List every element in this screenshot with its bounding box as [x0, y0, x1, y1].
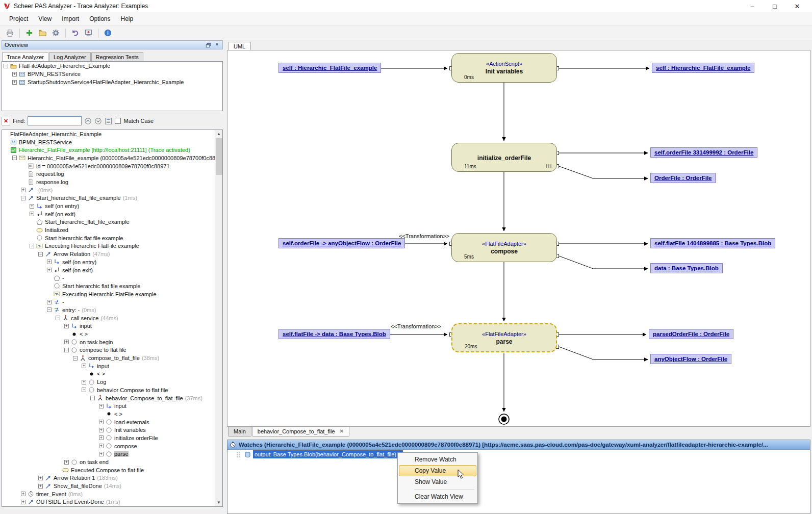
collapse-toggle-icon[interactable]: − — [90, 396, 95, 400]
object-node-label[interactable]: self : Hierarchic_FlatFile_example — [278, 63, 381, 73]
expand-toggle-icon[interactable]: + — [38, 484, 43, 489]
menu-item-show-value[interactable]: Show Value — [399, 476, 476, 487]
add-button[interactable] — [23, 27, 35, 39]
tree-item[interactable]: −Arrow Relation(47ms) — [2, 250, 222, 258]
tree-item-label[interactable]: input — [97, 363, 109, 369]
tree-item[interactable]: +self (on entry) — [2, 258, 222, 266]
tree-item[interactable]: Initialized — [2, 226, 222, 234]
expand-toggle-icon[interactable]: + — [99, 444, 104, 448]
tree-item-label[interactable]: load externals — [114, 419, 149, 425]
tree-item[interactable]: +(0ms) — [2, 186, 222, 194]
maximize-button[interactable]: □ — [766, 3, 783, 10]
tree-item-label[interactable]: self (on exit) — [62, 267, 93, 273]
tree-item[interactable]: +- — [2, 298, 222, 306]
tab-log-analyzer[interactable]: Log Analyzer — [49, 52, 91, 61]
tree-item[interactable]: +BPMN_RESTService — [2, 70, 222, 78]
tree-item[interactable]: +on task begin — [2, 338, 222, 346]
tree-item[interactable]: Start hierarchic flat file example — [2, 234, 222, 242]
expand-toggle-icon[interactable]: + — [99, 420, 104, 424]
tree-item[interactable]: +Log — [2, 378, 222, 386]
tab-regression-tests[interactable]: Regression Tests — [91, 52, 143, 61]
object-node-label[interactable]: self.orderFile 331499992 : OrderFile — [650, 147, 757, 158]
tree-item-label[interactable]: Start hierarchic flat file example — [62, 283, 140, 289]
tree-item-label[interactable]: Initialized — [45, 227, 68, 233]
tree-item[interactable]: +Init variables — [2, 426, 222, 434]
tree-item-label[interactable]: compose_to_flat_file — [88, 355, 140, 361]
tree-item[interactable]: +input — [2, 322, 222, 330]
tree-item[interactable]: Executed Compose to flat file — [2, 466, 222, 474]
info-button[interactable] — [102, 27, 114, 39]
expand-toggle-icon[interactable]: + — [30, 204, 34, 209]
tree-item-label[interactable]: Init variables — [114, 427, 146, 433]
settings-button[interactable] — [50, 27, 62, 39]
menu-options[interactable]: Options — [84, 13, 115, 24]
tree-item-label[interactable]: < > — [80, 331, 88, 337]
menu-item-copy-value[interactable]: Copy Value — [399, 465, 476, 476]
tree-item-label[interactable]: call service — [71, 315, 98, 321]
open-button[interactable] — [37, 27, 48, 39]
tree-item-label[interactable]: Arrow Relation — [54, 251, 90, 257]
expand-toggle-icon[interactable]: + — [21, 500, 26, 504]
collapse-toggle-icon[interactable]: − — [73, 356, 78, 361]
object-node-label[interactable]: self.orderFile -> anyObjectFlow : OrderF… — [278, 238, 405, 248]
tree-item[interactable]: +input — [2, 402, 222, 410]
tree-item-label[interactable]: Executing Hierarchic FlatFile example — [62, 291, 157, 297]
tree-item[interactable]: +self (on exit) — [2, 266, 222, 274]
tree-item-label[interactable]: < > — [114, 411, 122, 417]
object-node-label[interactable]: data : Base Types.Blob — [650, 263, 723, 273]
tab-behavior-compose-to-flat-file[interactable]: behavior_Compose_to_flat_file✕ — [252, 427, 349, 436]
tree-item-label[interactable]: Hierarchic_FlatFile_example (0000005a4e5… — [28, 155, 223, 161]
uml-node-initialize-orderfile[interactable]: initialize_orderFile11ms — [451, 143, 557, 172]
tree-item[interactable]: request.log — [2, 170, 222, 178]
expand-toggle-icon[interactable]: + — [12, 72, 17, 76]
menu-help[interactable]: Help — [116, 13, 139, 24]
tree-item[interactable]: Start_hierarchic_flat_file_example — [2, 218, 222, 226]
tree-item[interactable]: FlatFileAdapter_Hierarchic_Example — [2, 130, 222, 138]
tree-item-label[interactable]: self (on entry) — [45, 203, 79, 209]
tree-item-label[interactable]: input — [114, 403, 126, 409]
expand-toggle-icon[interactable]: + — [12, 80, 17, 85]
tree-item[interactable]: +initialize orderFile — [2, 434, 222, 442]
tree-item-label[interactable]: FlatFileAdapter_Hierarchic_Example — [19, 63, 110, 69]
expand-toggle-icon[interactable]: + — [64, 340, 69, 344]
tree-item[interactable]: +input — [2, 362, 222, 370]
tree-item-label[interactable]: Executed Compose to flat file — [71, 467, 144, 473]
tree-item[interactable]: −compose_to_flat_file(38ms) — [2, 354, 222, 362]
tree-item[interactable]: +on task end — [2, 458, 222, 466]
print-button[interactable] — [4, 27, 16, 39]
expand-toggle-icon[interactable]: + — [47, 260, 52, 264]
expand-toggle-icon[interactable]: + — [47, 300, 52, 304]
watches-header[interactable]: Watches (Hierarchic_FlatFile_example (00… — [227, 440, 810, 450]
tree-item[interactable]: +self (on entry) — [2, 202, 222, 210]
trace-screen-button[interactable] — [83, 27, 94, 39]
collapse-toggle-icon[interactable]: − — [82, 388, 86, 392]
watch-value-selected[interactable]: output: Base Types.Blob(behavior_Compose… — [253, 450, 403, 458]
tree-item[interactable]: +self (on exit) — [2, 210, 222, 218]
expand-toggle-icon[interactable]: + — [64, 324, 69, 328]
object-node-label[interactable]: self.flatFile -> data : Base Types.Blob — [278, 329, 390, 339]
tree-item-label[interactable]: input — [80, 323, 92, 329]
uml-node-init-variables[interactable]: «ActionScript»Init variables0ms — [451, 53, 557, 83]
tree-item[interactable]: +load externals — [2, 418, 222, 426]
expand-toggle-icon[interactable]: + — [30, 212, 34, 216]
match-case-checkbox[interactable] — [115, 118, 121, 124]
undo-button[interactable] — [69, 27, 81, 39]
tree-item-label[interactable]: Start hierarchic flat file example — [45, 235, 123, 241]
vertical-scrollbar[interactable]: ▲ ▼ — [215, 130, 222, 506]
scrollbar-thumb[interactable] — [216, 138, 222, 175]
tree-item[interactable]: +StartupShutdownService4FlatFileAdapter_… — [2, 78, 222, 86]
tree-item-label[interactable]: request.log — [36, 171, 64, 177]
tree-item[interactable]: −FlatFileAdapter_Hierarchic_Example — [2, 62, 222, 70]
scroll-down-icon[interactable]: ▼ — [215, 499, 222, 506]
tree-item-label[interactable]: behavior Compose to flat file — [97, 387, 168, 393]
tree-item-label[interactable]: on task begin — [80, 339, 113, 345]
tree-item[interactable]: −compose to flat file — [2, 346, 222, 354]
tree-item[interactable]: −Executing Hierarchic FlatFile example — [2, 242, 222, 250]
tree-item[interactable]: < > — [2, 410, 222, 418]
tree-item-label[interactable]: timer_Event — [36, 491, 66, 497]
expand-toggle-icon[interactable]: + — [82, 364, 86, 368]
tree-item[interactable]: +parse — [2, 450, 222, 458]
collapse-toggle-icon[interactable]: − — [21, 196, 26, 200]
tree-item-label[interactable]: - — [62, 299, 64, 305]
tree-item-label[interactable]: response.log — [36, 179, 68, 185]
